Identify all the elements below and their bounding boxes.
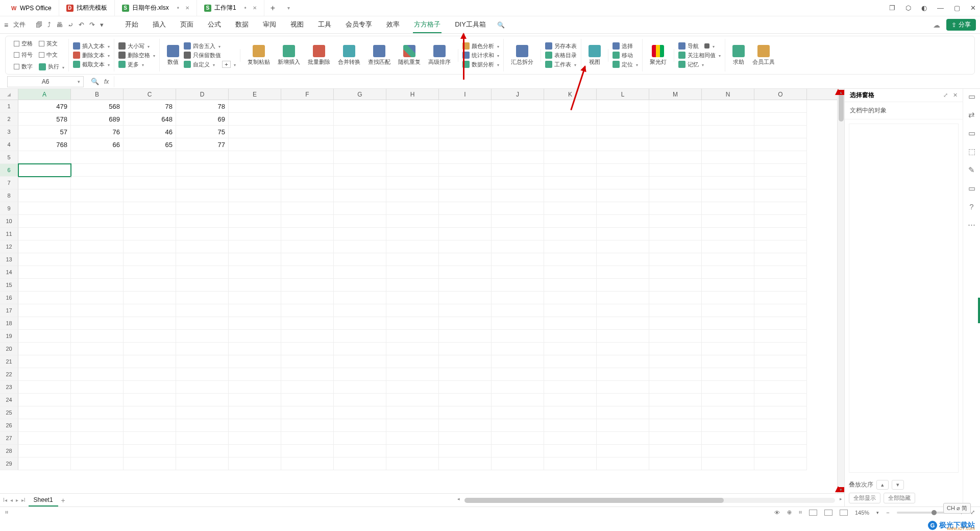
btn-split[interactable]: 汇总拆分: [508, 45, 536, 66]
cell-N14[interactable]: [702, 266, 754, 279]
cell-J4[interactable]: [492, 138, 544, 151]
cell-L5[interactable]: [597, 151, 649, 164]
cell-C9[interactable]: [124, 202, 176, 215]
cell-D3[interactable]: 75: [176, 126, 229, 138]
cell-K14[interactable]: [544, 266, 597, 279]
cell-H7[interactable]: [386, 177, 439, 189]
cell-C27[interactable]: [124, 432, 176, 445]
sheet-first-icon[interactable]: I◂: [3, 497, 7, 503]
cell-M26[interactable]: [649, 419, 702, 432]
cell-C16[interactable]: [124, 292, 176, 304]
btn-save-sheet[interactable]: 另存本表: [545, 42, 577, 50]
cell-I3[interactable]: [439, 126, 492, 138]
cell-G7[interactable]: [334, 177, 386, 189]
cell-H1[interactable]: [386, 100, 439, 113]
cell-N26[interactable]: [702, 419, 754, 432]
cell-F10[interactable]: [281, 215, 334, 228]
rail-help-icon[interactable]: ?: [969, 202, 973, 211]
ribbon-tab-页面[interactable]: 页面: [179, 17, 194, 33]
cell-H11[interactable]: [386, 228, 439, 240]
cell-A20[interactable]: [18, 343, 71, 355]
cell-I9[interactable]: [439, 202, 492, 215]
btn-locate[interactable]: 定位: [612, 61, 638, 68]
cell-F26[interactable]: [281, 419, 334, 432]
cell-O17[interactable]: [754, 304, 807, 317]
cell-N11[interactable]: [702, 228, 754, 240]
cell-A24[interactable]: [18, 394, 71, 406]
cell-G5[interactable]: [334, 151, 386, 164]
cell-F18[interactable]: [281, 317, 334, 330]
row-header-28[interactable]: 28: [0, 445, 18, 457]
row-header-17[interactable]: 17: [0, 304, 18, 317]
cell-K10[interactable]: [544, 215, 597, 228]
cell-G11[interactable]: [334, 228, 386, 240]
cell-J9[interactable]: [492, 202, 544, 215]
fx-cancel-icon[interactable]: 🔍: [91, 78, 99, 85]
cell-G19[interactable]: [334, 330, 386, 343]
cell-F14[interactable]: [281, 266, 334, 279]
cell-G24[interactable]: [334, 394, 386, 406]
cell-J24[interactable]: [492, 394, 544, 406]
cell-N17[interactable]: [702, 304, 754, 317]
cell-M7[interactable]: [649, 177, 702, 189]
cell-H21[interactable]: [386, 355, 439, 368]
cell-M3[interactable]: [649, 126, 702, 138]
cell-L24[interactable]: [597, 394, 649, 406]
cell-A11[interactable]: [18, 228, 71, 240]
zoom-dd-icon[interactable]: ▾: [876, 510, 879, 515]
cell-I24[interactable]: [439, 394, 492, 406]
cell-H2[interactable]: [386, 113, 439, 126]
cell-G25[interactable]: [334, 406, 386, 419]
col-header-M[interactable]: M: [649, 89, 702, 100]
cell-E19[interactable]: [229, 330, 281, 343]
chk-symbol[interactable]: 符号: [14, 51, 33, 60]
cell-B5[interactable]: [71, 151, 124, 164]
cell-D23[interactable]: [176, 381, 229, 394]
row-header-12[interactable]: 12: [0, 240, 18, 253]
cell-K5[interactable]: [544, 151, 597, 164]
cell-O11[interactable]: [754, 228, 807, 240]
sheet-tab-active[interactable]: Sheet1: [29, 494, 58, 506]
cell-E7[interactable]: [229, 177, 281, 189]
cell-B14[interactable]: [71, 266, 124, 279]
panel-popout-icon[interactable]: ⤢: [943, 92, 948, 99]
cell-K22[interactable]: [544, 368, 597, 381]
cell-B23[interactable]: [71, 381, 124, 394]
cell-D29[interactable]: [176, 457, 229, 470]
cell-I27[interactable]: [439, 432, 492, 445]
cell-C17[interactable]: [124, 304, 176, 317]
cell-E24[interactable]: [229, 394, 281, 406]
cell-F24[interactable]: [281, 394, 334, 406]
hscroll-left-icon[interactable]: ◂: [457, 496, 460, 501]
cell-M18[interactable]: [649, 317, 702, 330]
cell-E21[interactable]: [229, 355, 281, 368]
cell-F13[interactable]: [281, 253, 334, 266]
new-tab-button[interactable]: +: [264, 4, 281, 13]
cell-O26[interactable]: [754, 419, 807, 432]
cell-A25[interactable]: [18, 406, 71, 419]
cell-O4[interactable]: [754, 138, 807, 151]
cell-L15[interactable]: [597, 279, 649, 292]
cell-E20[interactable]: [229, 343, 281, 355]
btn-memory[interactable]: 记忆: [678, 61, 721, 68]
fx-label[interactable]: fx: [104, 78, 109, 85]
cell-G15[interactable]: [334, 279, 386, 292]
cell-N2[interactable]: [702, 113, 754, 126]
show-all-button[interactable]: 全部显示: [849, 493, 880, 503]
cell-J19[interactable]: [492, 330, 544, 343]
cell-B24[interactable]: [71, 394, 124, 406]
cell-O29[interactable]: [754, 457, 807, 470]
cell-D16[interactable]: [176, 292, 229, 304]
cell-E26[interactable]: [229, 419, 281, 432]
cell-K21[interactable]: [544, 355, 597, 368]
col-header-N[interactable]: N: [702, 89, 754, 100]
horizontal-scrollbar[interactable]: ◂ ▸: [464, 498, 835, 503]
cell-O3[interactable]: [754, 126, 807, 138]
cell-E9[interactable]: [229, 202, 281, 215]
tab-file-1[interactable]: S 日期年份.xlsx • ✕: [115, 0, 197, 16]
cell-K15[interactable]: [544, 279, 597, 292]
btn-help[interactable]: 求助: [729, 45, 748, 66]
cell-B4[interactable]: 66: [71, 138, 124, 151]
cell-E10[interactable]: [229, 215, 281, 228]
cell-K12[interactable]: [544, 240, 597, 253]
